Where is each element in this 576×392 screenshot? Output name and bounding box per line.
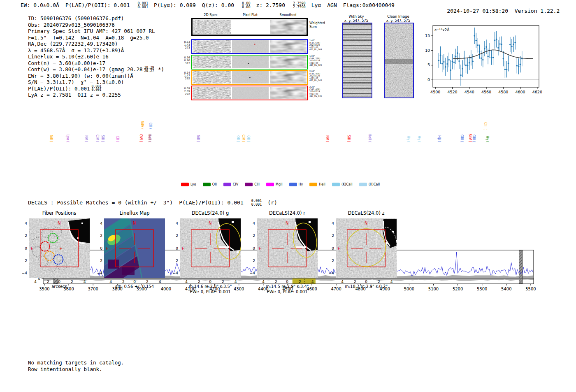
data-point xyxy=(474,35,475,37)
text-segment: λ = 4568.57Å σ = 13.77(±3.89)Å xyxy=(28,47,124,54)
panel-y-tick: 2 xyxy=(327,234,334,238)
cutout-row-2 xyxy=(191,55,308,70)
east-label: E xyxy=(338,246,340,251)
panel-caption: EWr: 0, PLAE: 0.001 xyxy=(242,290,332,294)
panel-image-fiber: +NE xyxy=(29,218,90,278)
east-label: E xyxy=(259,246,261,251)
line-label-NV: NV ( xyxy=(84,135,88,142)
line-fit-zoom-chart: 4500452045404560458046004620051015e−17x2… xyxy=(425,21,552,99)
panel-x-tick: 0 xyxy=(207,280,214,284)
info-line-3: F=1.5" T=0.142 N=1.04 A=0.18 g=25.0 xyxy=(28,35,164,41)
x-tick-label: 4620 xyxy=(532,90,542,94)
spec2d-cell xyxy=(193,40,231,53)
panel-y-tick: 0 xyxy=(249,246,255,251)
panel-x-tick: 2 xyxy=(219,280,227,284)
data-point xyxy=(460,74,462,76)
data-point xyxy=(504,69,506,70)
smoothed-cell xyxy=(270,71,307,84)
panel-y-tick: 4 xyxy=(249,221,255,225)
panel-y-tick: −2 xyxy=(172,259,178,263)
y-tick-label: 15 xyxy=(425,33,430,38)
data-point xyxy=(514,42,516,44)
info-line-4: RA,Dec (229.772232,49.173420) xyxy=(28,41,164,47)
text-segment: EW: 0.0±0.0Å xyxy=(21,2,59,8)
cutout-row-right-labels-2: 1.96"(544, 226)20240729v013_07427_RL_025 xyxy=(309,55,334,67)
smoothed-cell xyxy=(270,87,307,99)
line-label-SiIV: SiIV ( xyxy=(140,121,144,130)
panel-y-tick: 0 xyxy=(21,246,27,251)
footer-line-2: Row intentionally blank. xyxy=(28,366,124,373)
panel-x-tick: 4 xyxy=(232,280,239,284)
legend-item: CIII xyxy=(245,183,260,186)
data-point xyxy=(438,60,440,61)
panel-y-tick: 4 xyxy=(327,221,334,225)
data-point xyxy=(508,63,509,64)
line-label-HeII: HeII ( xyxy=(148,134,151,142)
legend-item: OII xyxy=(203,183,217,186)
report-summary-header: EW: 0.0±0.0ÅP(LAE)/P(OII): 0.0010.0010.0… xyxy=(21,2,401,9)
text-segment: AGN xyxy=(327,2,337,8)
elixer-report-page: EW: 0.0±0.0ÅP(LAE)/P(OII): 0.0010.0010.0… xyxy=(0,0,576,392)
panel-x-tick: −4 xyxy=(105,280,113,284)
data-point xyxy=(481,57,482,59)
panel-y-tick: 4 xyxy=(96,221,102,225)
x-tick-label: 5300 xyxy=(477,287,487,291)
legend-item: Lyα xyxy=(181,183,196,186)
line-label-OIII: OIII ( xyxy=(460,135,464,142)
line-label-Hβ: Hβ ( xyxy=(437,135,441,142)
data-point xyxy=(455,56,457,57)
text-segment: S/N = 3.3(±1.7) χ² = 1.3(±0.0) xyxy=(28,79,124,86)
smoothed-cell xyxy=(270,40,307,53)
legend-item: (H)CaII xyxy=(359,183,380,186)
x-tick-label: 4500 xyxy=(430,90,440,94)
cutout-header-pixelflat: Pixel Flat xyxy=(230,13,271,17)
cutout-header-smoothed: Smoothed xyxy=(267,13,309,17)
info-line-2: Primary Spec_Slot_IFU_AMP: 427_061_007_R… xyxy=(28,28,164,35)
data-point xyxy=(506,69,508,70)
line-label-OII: OII ( xyxy=(246,135,250,142)
spectrum-legend: LyαOIICIVCIIIMgIIHγHeII(K)CaII(H)CaII xyxy=(181,183,405,186)
legend-swatch xyxy=(289,183,297,186)
legend-swatch xyxy=(181,183,189,186)
line-fit-zoom-svg: 4500452045404560458046004620051015e−17x2… xyxy=(425,21,552,99)
text-segment: P(LAE)/P(OII): 0.001 xyxy=(65,2,130,8)
text-segment: Q(z): 0.00 xyxy=(202,2,234,8)
legend-label: CIV xyxy=(233,183,238,186)
panel-y-tick: 0 xyxy=(172,246,178,251)
text-segment: Cont(w) = 3.80(±0.04)e-17 (gmag 20.28 xyxy=(28,66,142,73)
panel-y-tick: 4 xyxy=(21,221,27,225)
pixel-flat-cell xyxy=(232,56,269,68)
panel-x-tick: −4 xyxy=(337,280,344,284)
cutout-left-label: 312 xyxy=(177,62,190,65)
text-segment: *) xyxy=(155,66,165,73)
panel-x-tick: 0 xyxy=(131,280,138,284)
withsky-title-block: With Sky x, y: 547, 575 xyxy=(335,15,378,23)
data-point xyxy=(484,48,485,50)
line-label-Hγ: Hγ ( xyxy=(406,136,410,142)
panel-x-tick: 2 xyxy=(144,280,151,284)
legend-swatch xyxy=(245,183,253,186)
line-label-OIII: OIII ( xyxy=(472,135,476,142)
x-tick-label: 5400 xyxy=(501,287,511,291)
data-point xyxy=(499,43,501,45)
panel-x-tick: 0 xyxy=(56,280,63,284)
data-point xyxy=(516,65,518,67)
text-segment: RA,Dec (229.772232,49.173420) xyxy=(28,41,118,47)
east-label: E xyxy=(182,246,184,251)
info-line-9: EWr = 3.80(±1.90) (w: 0.00(±nan))Å xyxy=(28,73,164,79)
panel-y-tick: 0 xyxy=(96,246,102,251)
legend-swatch xyxy=(203,183,211,186)
spec2d-cell xyxy=(193,87,231,99)
panel-y-tick: −4 xyxy=(96,271,102,275)
info-line-12: LyA z = 2.7581 OII z = 0.2255 xyxy=(28,92,164,98)
cutout-left-label: 292 xyxy=(177,77,190,80)
data-point xyxy=(475,40,477,42)
data-point xyxy=(492,57,494,58)
panel-x-tick: 2 xyxy=(296,280,304,284)
spec2d-cell xyxy=(193,20,231,34)
data-point xyxy=(443,61,445,63)
data-point xyxy=(501,44,502,45)
cutout-left-label: 292 xyxy=(177,93,190,96)
line-label-SiII: SiII ( xyxy=(101,135,105,142)
data-point xyxy=(452,61,453,63)
